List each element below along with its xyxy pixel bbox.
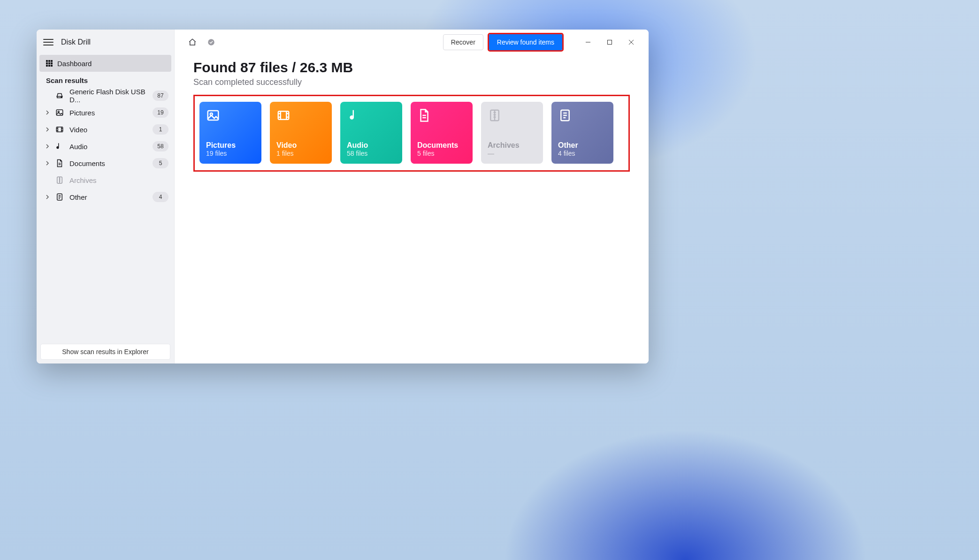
document-icon xyxy=(417,108,431,122)
content-area: Found 87 files / 26.3 MB Scan completed … xyxy=(175,55,649,181)
svg-rect-3 xyxy=(46,62,48,64)
picture-icon xyxy=(206,108,220,122)
tile-archives: Archives — xyxy=(481,102,543,164)
audio-icon xyxy=(347,108,361,122)
tile-label: Video xyxy=(276,141,325,150)
drive-icon xyxy=(55,91,64,100)
home-button[interactable] xyxy=(186,36,199,49)
category-tiles: Pictures 19 files Video 1 files Audio 58… xyxy=(193,95,630,172)
chevron-right-icon xyxy=(45,127,50,132)
sidebar-item-dashboard[interactable]: Dashboard xyxy=(39,55,171,72)
sidebar-item-label: Generic Flash Disk USB D... xyxy=(69,88,153,104)
tile-documents[interactable]: Documents 5 files xyxy=(411,102,473,164)
scan-status-button[interactable] xyxy=(205,36,218,49)
svg-rect-4 xyxy=(48,62,50,64)
sidebar-item-label: Video xyxy=(69,126,87,134)
other-icon xyxy=(55,193,64,201)
count-badge: 5 xyxy=(153,158,168,168)
count-badge: 87 xyxy=(153,91,168,101)
svg-rect-2 xyxy=(51,60,53,62)
minimize-icon xyxy=(585,39,591,45)
sidebar-item-label: Pictures xyxy=(69,109,95,117)
tile-pictures[interactable]: Pictures 19 files xyxy=(199,102,261,164)
chevron-right-icon xyxy=(45,161,50,166)
document-icon xyxy=(55,159,64,167)
svg-rect-16 xyxy=(608,40,612,45)
tile-label: Pictures xyxy=(206,141,255,150)
chevron-right-icon xyxy=(45,144,50,149)
tile-sub: — xyxy=(488,150,536,157)
sidebar-item-video[interactable]: Video 1 xyxy=(37,121,174,138)
svg-rect-8 xyxy=(51,65,53,67)
audio-icon xyxy=(55,142,64,151)
sidebar-item-label: Dashboard xyxy=(57,60,92,68)
svg-rect-7 xyxy=(48,65,50,67)
picture-icon xyxy=(55,108,64,117)
sidebar-item-audio[interactable]: Audio 58 xyxy=(37,138,174,155)
svg-rect-0 xyxy=(46,60,48,62)
tile-label: Audio xyxy=(347,141,396,150)
recover-button[interactable]: Recover xyxy=(443,34,483,50)
sidebar: Disk Drill Dashboard Scan results Generi… xyxy=(37,30,175,363)
sidebar-section-title: Scan results xyxy=(37,72,174,87)
window-controls xyxy=(577,33,642,52)
dashboard-icon xyxy=(45,59,54,68)
home-icon xyxy=(188,38,197,46)
tile-sub: 19 files xyxy=(206,150,255,157)
sidebar-item-documents[interactable]: Documents 5 xyxy=(37,155,174,172)
tile-audio[interactable]: Audio 58 files xyxy=(340,102,402,164)
tile-sub: 4 files xyxy=(558,150,607,157)
sidebar-item-label: Documents xyxy=(69,159,105,167)
video-icon xyxy=(55,125,64,134)
sidebar-item-pictures[interactable]: Pictures 19 xyxy=(37,104,174,121)
tile-video[interactable]: Video 1 files xyxy=(270,102,332,164)
sidebar-header: Disk Drill xyxy=(37,30,174,55)
count-badge: 4 xyxy=(153,192,168,202)
app-window: Disk Drill Dashboard Scan results Generi… xyxy=(37,30,649,363)
sidebar-item-label: Archives xyxy=(69,176,97,184)
tile-sub: 5 files xyxy=(417,150,466,157)
close-button[interactable] xyxy=(620,33,642,52)
main-panel: Recover Review found items xyxy=(175,30,649,363)
svg-rect-5 xyxy=(51,62,53,64)
maximize-button[interactable] xyxy=(599,33,620,52)
minimize-button[interactable] xyxy=(577,33,599,52)
show-in-explorer-button[interactable]: Show scan results in Explorer xyxy=(40,344,170,360)
hamburger-icon[interactable] xyxy=(42,36,54,48)
video-icon xyxy=(276,108,291,122)
count-badge: 19 xyxy=(153,107,168,118)
count-badge: 1 xyxy=(153,124,168,135)
close-icon xyxy=(628,39,634,45)
svg-rect-10 xyxy=(56,110,63,115)
sidebar-item-other[interactable]: Other 4 xyxy=(37,189,174,205)
sidebar-item-device[interactable]: Generic Flash Disk USB D... 87 xyxy=(37,87,174,104)
svg-rect-17 xyxy=(208,111,219,120)
sidebar-item-archives: Archives xyxy=(37,172,174,189)
app-title: Disk Drill xyxy=(61,38,91,46)
sidebar-footer: Show scan results in Explorer xyxy=(37,340,174,363)
count-badge: 58 xyxy=(153,141,168,151)
tile-label: Other xyxy=(558,141,607,150)
sidebar-item-label: Audio xyxy=(69,143,87,151)
titlebar: Recover Review found items xyxy=(175,30,649,55)
svg-point-9 xyxy=(61,97,62,98)
other-icon xyxy=(558,108,572,122)
sidebar-item-label: Other xyxy=(69,193,87,201)
tile-sub: 58 files xyxy=(347,150,396,157)
review-found-items-button[interactable]: Review found items xyxy=(489,34,562,50)
svg-rect-19 xyxy=(278,111,289,120)
archive-icon xyxy=(488,108,502,122)
tile-label: Archives xyxy=(488,141,536,150)
tile-sub: 1 files xyxy=(276,150,325,157)
svg-rect-6 xyxy=(46,65,48,67)
chevron-right-icon xyxy=(45,195,50,199)
checkmark-circle-icon xyxy=(207,38,215,46)
tile-other[interactable]: Other 4 files xyxy=(551,102,613,164)
svg-rect-12 xyxy=(56,127,63,132)
page-subtitle: Scan completed successfully xyxy=(193,77,630,87)
archive-icon xyxy=(55,176,64,184)
tile-label: Documents xyxy=(417,141,466,150)
chevron-right-icon xyxy=(45,110,50,115)
svg-rect-1 xyxy=(48,60,50,62)
maximize-icon xyxy=(607,39,612,45)
